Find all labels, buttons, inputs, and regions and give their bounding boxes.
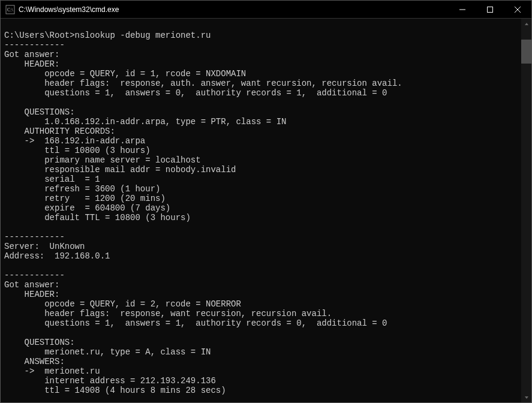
titlebar[interactable]: C:\ C:\Windows\system32\cmd.exe bbox=[1, 1, 531, 19]
scroll-down-button[interactable] bbox=[521, 392, 531, 402]
maximize-button[interactable] bbox=[476, 1, 504, 19]
terminal-output[interactable]: C:\Users\Root>nslookup -debug merionet.r… bbox=[1, 19, 521, 402]
window-controls bbox=[449, 1, 531, 18]
content-area: C:\Users\Root>nslookup -debug merionet.r… bbox=[1, 19, 531, 402]
cmd-icon: C:\ bbox=[5, 5, 15, 14]
svg-marker-6 bbox=[525, 23, 528, 25]
minimize-button[interactable] bbox=[449, 1, 476, 19]
svg-rect-3 bbox=[488, 7, 493, 13]
scroll-thumb[interactable] bbox=[521, 40, 531, 64]
cmd-window: C:\ C:\Windows\system32\cmd.exe C:\Users… bbox=[0, 0, 532, 403]
vertical-scrollbar[interactable] bbox=[521, 19, 531, 402]
svg-text:C:\: C:\ bbox=[7, 7, 14, 13]
svg-marker-7 bbox=[525, 396, 528, 399]
window-title: C:\Windows\system32\cmd.exe bbox=[19, 5, 449, 14]
scroll-up-button[interactable] bbox=[521, 19, 531, 29]
close-button[interactable] bbox=[504, 1, 531, 19]
